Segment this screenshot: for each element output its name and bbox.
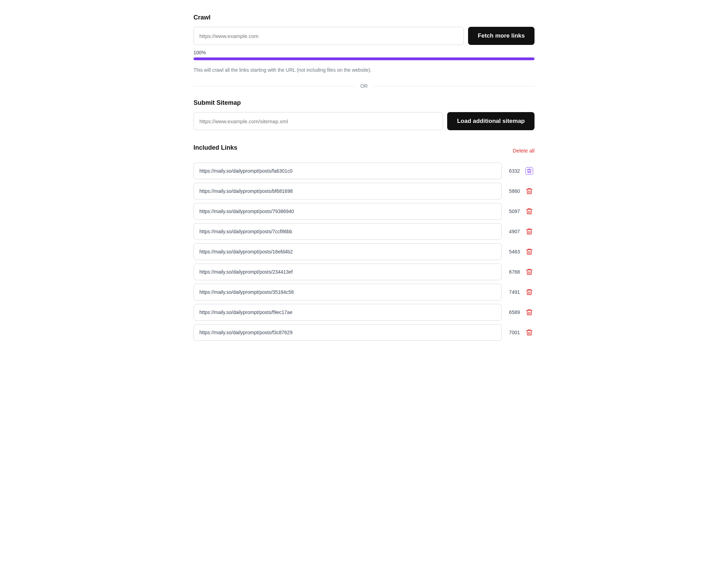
progress-section: 100% [193,50,535,60]
progress-bar-fill [193,57,535,60]
sitemap-input-row: Load additional sitemap [193,112,535,130]
crawl-title: Crawl [193,14,535,21]
link-count: 6589 [506,309,520,315]
progress-bar-container [193,57,535,60]
or-divider: OR [193,83,535,89]
crawl-description: This will crawl all the links starting w… [193,67,535,73]
crawl-url-input[interactable] [193,27,464,45]
link-count: 7001 [506,330,520,335]
or-label: OR [361,83,368,89]
link-row: https://maily.so/dailyprompt/posts/79386… [193,203,535,220]
link-count: 6768 [506,269,520,275]
link-url: https://maily.so/dailyprompt/posts/fa630… [193,163,502,179]
sitemap-title: Submit Sitemap [193,99,535,107]
delete-all-button[interactable]: Delete all [513,148,535,154]
delete-link-button[interactable] [524,287,535,297]
link-count: 5463 [506,249,520,254]
link-row: https://maily.so/dailyprompt/posts/f3c87… [193,324,535,341]
link-count: 5860 [506,188,520,194]
link-row: https://maily.so/dailyprompt/posts/7ccf8… [193,223,535,240]
link-url: https://maily.so/dailyprompt/posts/f9ec1… [193,304,502,321]
sitemap-url-input[interactable] [193,112,443,130]
delete-link-button[interactable] [524,166,535,176]
link-url: https://maily.so/dailyprompt/posts/bf681… [193,183,502,199]
link-url: https://maily.so/dailyprompt/posts/79386… [193,203,502,220]
link-url: https://maily.so/dailyprompt/posts/f3c87… [193,324,502,341]
link-row: https://maily.so/dailyprompt/posts/fa630… [193,163,535,179]
link-row: https://maily.so/dailyprompt/posts/bf681… [193,183,535,199]
link-url: https://maily.so/dailyprompt/posts/7ccf8… [193,223,502,240]
link-count: 5097 [506,209,520,214]
delete-link-button[interactable] [524,327,535,338]
crawl-section: Crawl Fetch more links 100% This will cr… [193,14,535,73]
progress-label: 100% [193,50,535,55]
link-count: 4907 [506,229,520,234]
link-count: 6332 [506,168,520,174]
sitemap-section: Submit Sitemap Load additional sitemap [193,99,535,130]
delete-link-button[interactable] [524,186,535,196]
link-url: https://maily.so/dailyprompt/posts/23441… [193,264,502,280]
delete-link-button[interactable] [524,307,535,318]
delete-link-button[interactable] [524,267,535,277]
crawl-input-row: Fetch more links [193,27,535,45]
link-row: https://maily.so/dailyprompt/posts/35184… [193,284,535,300]
link-url: https://maily.so/dailyprompt/posts/18efd… [193,243,502,260]
link-row: https://maily.so/dailyprompt/posts/23441… [193,264,535,280]
link-count: 7491 [506,289,520,295]
included-links-header: Included Links Delete all [193,144,535,157]
link-row: https://maily.so/dailyprompt/posts/f9ec1… [193,304,535,321]
link-row: https://maily.so/dailyprompt/posts/18efd… [193,243,535,260]
load-sitemap-button[interactable]: Load additional sitemap [447,112,535,130]
delete-link-button[interactable] [524,206,535,217]
included-links-section: Included Links Delete all https://maily.… [193,144,535,341]
delete-link-button[interactable] [524,246,535,257]
fetch-more-links-button[interactable]: Fetch more links [468,27,535,45]
link-url: https://maily.so/dailyprompt/posts/35184… [193,284,502,300]
links-list: https://maily.so/dailyprompt/posts/fa630… [193,163,535,341]
delete-link-button[interactable] [524,226,535,237]
included-links-title: Included Links [193,144,237,151]
